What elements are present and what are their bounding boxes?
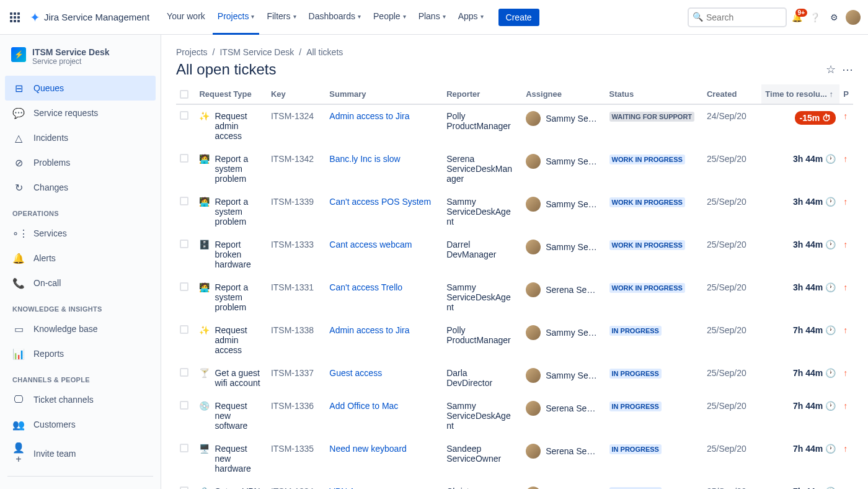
row-checkbox[interactable]: [180, 368, 188, 377]
assignee-avatar[interactable]: [526, 444, 541, 459]
col-created[interactable]: Created: [703, 84, 761, 104]
logo[interactable]: ✦ Jira Service Management: [30, 10, 149, 25]
summary-link[interactable]: Cant access webcam: [329, 240, 412, 249]
clock-icon: 🕐: [825, 401, 836, 411]
breadcrumb-link[interactable]: ITSM Service Desk: [219, 47, 294, 57]
settings-icon[interactable]: ⚙: [828, 10, 841, 25]
assignee-avatar[interactable]: [526, 111, 541, 126]
search-icon: 🔍: [693, 12, 703, 22]
request-type-icon: 🖥️: [199, 444, 210, 454]
row-checkbox[interactable]: [180, 444, 188, 452]
row-checkbox[interactable]: [180, 197, 188, 205]
app-switcher-icon[interactable]: [7, 10, 22, 25]
summary-link[interactable]: Guest access: [329, 368, 382, 378]
summary-link[interactable]: Admin access to Jira: [329, 111, 409, 121]
nav-item-plans[interactable]: Plans▾: [414, 0, 451, 35]
sidebar-item-service-requests[interactable]: 💬Service requests: [5, 101, 156, 125]
row-checkbox[interactable]: [180, 111, 188, 120]
profile-avatar[interactable]: [846, 10, 861, 25]
col-reporter[interactable]: Reporter: [443, 84, 522, 104]
ticket-key[interactable]: ITSM-1339: [267, 191, 326, 233]
summary-link[interactable]: Banc.ly Inc is slow: [329, 154, 400, 164]
ticket-key[interactable]: ITSM-1337: [267, 362, 326, 395]
table-row: 🗄️Report broken hardwareITSM-1333Cant ac…: [176, 233, 853, 276]
row-checkbox[interactable]: [180, 487, 188, 489]
sidebar-item-customers[interactable]: 👥Customers: [5, 412, 156, 437]
assignee-avatar[interactable]: [526, 282, 541, 297]
nav-item-projects[interactable]: Projects▾: [213, 0, 260, 35]
col-summary[interactable]: Summary: [326, 84, 443, 104]
request-type-label: Report a system problem: [215, 154, 261, 184]
status-badge: WORK IN PROGRESS: [609, 197, 685, 207]
create-button[interactable]: Create: [498, 9, 539, 26]
assignee-avatar[interactable]: [526, 401, 541, 416]
sidebar-item-knowledge-base[interactable]: ▭Knowledge base: [5, 316, 156, 341]
ticket-key[interactable]: ITSM-1324: [267, 104, 326, 148]
row-checkbox[interactable]: [180, 282, 188, 291]
sidebar-item-services[interactable]: ∘⋮Services: [5, 221, 156, 246]
summary-link[interactable]: Can't access Trello: [329, 282, 402, 292]
ticket-key[interactable]: ITSM-1334: [267, 480, 326, 490]
section-knowledge: KNOWLEDGE & INSIGHTS: [5, 295, 156, 316]
ticket-key[interactable]: ITSM-1342: [267, 148, 326, 191]
sidebar-item-invite-team[interactable]: 👤+Invite team: [5, 437, 156, 470]
summary-link[interactable]: Need new keyboard: [329, 444, 407, 454]
request-type-label: Request admin access: [215, 325, 261, 355]
sidebar-item-icon: 👥: [12, 419, 25, 431]
sidebar-item-project-settings[interactable]: ⚙ Project settings: [5, 483, 156, 489]
assignee-avatar[interactable]: [526, 240, 541, 254]
ticket-key[interactable]: ITSM-1335: [267, 437, 326, 480]
summary-link[interactable]: Add Office to Mac: [329, 401, 398, 411]
sort-asc-icon: ↑: [829, 89, 833, 99]
summary-link[interactable]: Can't access POS System: [329, 197, 431, 207]
row-checkbox[interactable]: [180, 240, 188, 248]
sidebar-item-label: Knowledge base: [33, 324, 98, 334]
notifications-button[interactable]: 🔔 9+: [792, 12, 802, 22]
time-value: 3h 44m: [793, 282, 823, 292]
nav-item-people[interactable]: People▾: [368, 0, 411, 35]
sidebar-item-queues[interactable]: ⊟Queues: [5, 76, 156, 101]
nav-item-filters[interactable]: Filters▾: [262, 0, 301, 35]
assignee-avatar[interactable]: [526, 487, 541, 489]
ticket-key[interactable]: ITSM-1336: [267, 395, 326, 437]
col-status[interactable]: Status: [606, 84, 703, 104]
summary-link[interactable]: VPN Access: [329, 487, 377, 489]
col-time-to-resolution[interactable]: Time to resolu... ↑: [761, 84, 839, 104]
sidebar-item-changes[interactable]: ↻Changes: [5, 175, 156, 200]
project-header[interactable]: ⚡ ITSM Service Desk Service project: [5, 45, 156, 76]
breadcrumb-link[interactable]: All tickets: [306, 47, 343, 57]
row-checkbox[interactable]: [180, 325, 188, 334]
summary-link[interactable]: Admin access to Jira: [329, 325, 409, 335]
help-icon[interactable]: ❔: [807, 10, 823, 25]
col-request-type[interactable]: Request Type: [195, 84, 267, 104]
nav-item-dashboards[interactable]: Dashboards▾: [304, 0, 366, 35]
priority-icon: ↑: [843, 282, 848, 292]
more-icon[interactable]: ⋯: [842, 63, 853, 76]
breadcrumb-link[interactable]: Projects: [176, 47, 208, 57]
sidebar-item-reports[interactable]: 📊Reports: [5, 341, 156, 366]
nav-item-label: Your work: [167, 11, 205, 21]
sidebar-item-ticket-channels[interactable]: 🖵Ticket channels: [5, 387, 156, 412]
ticket-key[interactable]: ITSM-1338: [267, 319, 326, 362]
nav-item-apps[interactable]: Apps▾: [453, 0, 489, 35]
sidebar-item-problems[interactable]: ⊘Problems: [5, 150, 156, 175]
row-checkbox[interactable]: [180, 401, 188, 410]
assignee-avatar[interactable]: [526, 154, 541, 169]
assignee-avatar[interactable]: [526, 197, 541, 212]
reporter-name: Polly ProductManager: [446, 325, 515, 345]
row-checkbox[interactable]: [180, 154, 188, 163]
assignee-avatar[interactable]: [526, 325, 541, 340]
ticket-key[interactable]: ITSM-1333: [267, 233, 326, 276]
sidebar-item-on-call[interactable]: 📞On-call: [5, 271, 156, 295]
col-key[interactable]: Key: [267, 84, 326, 104]
col-assignee[interactable]: Assignee: [522, 84, 605, 104]
select-all-checkbox[interactable]: [180, 90, 188, 99]
sidebar-item-incidents[interactable]: △Incidents: [5, 125, 156, 150]
star-icon[interactable]: ☆: [826, 63, 836, 76]
nav-item-your-work[interactable]: Your work: [162, 0, 210, 35]
assignee-avatar[interactable]: [526, 368, 541, 383]
ticket-key[interactable]: ITSM-1331: [267, 276, 326, 319]
col-priority[interactable]: P: [839, 84, 853, 104]
sidebar-item-label: Ticket channels: [33, 395, 94, 405]
sidebar-item-alerts[interactable]: 🔔Alerts: [5, 246, 156, 271]
